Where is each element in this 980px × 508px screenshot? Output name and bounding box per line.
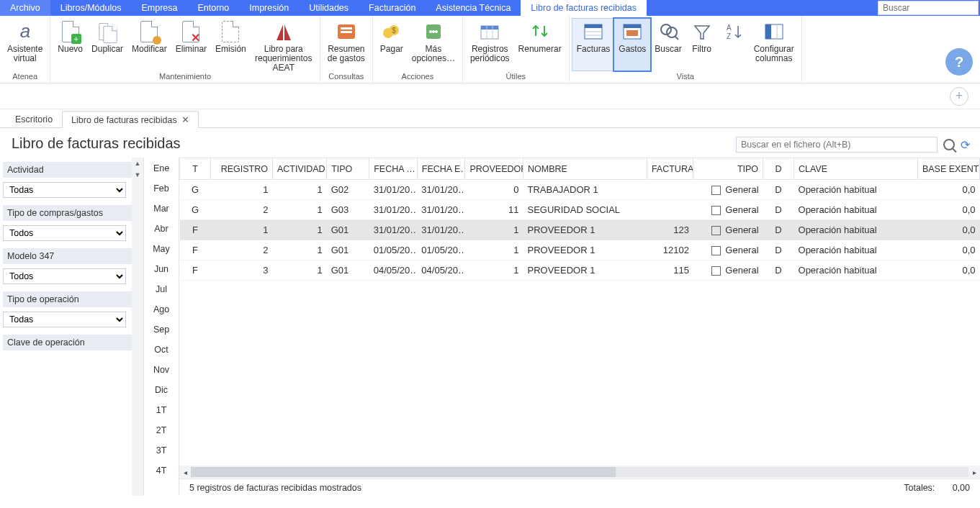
svg-rect-12	[481, 26, 498, 30]
col-nombre[interactable]: NOMBRE	[523, 158, 647, 180]
gastos-icon	[621, 20, 644, 43]
refresh-icon[interactable]: ⟳	[961, 138, 970, 152]
ribbon-libroaeat-button[interactable]: Libro pararequerimientos AEAT	[251, 19, 317, 71]
cell-factura	[647, 180, 693, 200]
ribbon-emision-button[interactable]: Emisión	[211, 19, 251, 71]
menu-libros-m-dulos[interactable]: Libros/Módulos	[50, 0, 132, 16]
col-tipo[interactable]: TIPO	[327, 158, 369, 180]
cell-f1: 31/01/20…	[369, 200, 418, 220]
month-ene[interactable]: Ene	[149, 162, 174, 175]
col-t[interactable]: T	[180, 158, 211, 180]
month-jul[interactable]: Jul	[151, 283, 171, 296]
month-4t[interactable]: 4T	[152, 464, 171, 477]
menu-archivo[interactable]: Archivo	[0, 0, 50, 16]
ribbon-gastos-button[interactable]: Gastos	[614, 19, 650, 71]
menu-asistencia-t-cnica[interactable]: Asistencia Técnica	[426, 0, 521, 16]
ribbon-ordenar-button[interactable]: AZ	[718, 19, 750, 71]
filter-scrollbar[interactable]: ▲▼	[132, 158, 143, 496]
menu-utilidades[interactable]: Utilidades	[299, 0, 359, 16]
menu-libro-de-facturas-recibidas[interactable]: Libro de facturas recibidas	[521, 0, 647, 16]
filter-compras[interactable]: Todos	[3, 225, 126, 241]
col-f2[interactable]: FECHA E…	[417, 158, 465, 180]
ribbon-eliminar-button[interactable]: ✕Eliminar	[171, 19, 211, 71]
ribbon-resumen-button[interactable]: Resumende gastos	[323, 19, 369, 71]
month-feb[interactable]: Feb	[149, 182, 174, 195]
checkbox-icon[interactable]	[711, 186, 721, 195]
menubar: ArchivoLibros/MódulosEmpresaEntornoImpre…	[0, 0, 980, 16]
month-abr[interactable]: Abr	[150, 222, 172, 235]
ribbon-asistente-button[interactable]: aAsistentevirtual	[3, 19, 47, 71]
month-jun[interactable]: Jun	[150, 263, 173, 276]
month-2t[interactable]: 2T	[152, 424, 171, 437]
horizontal-scrollbar[interactable]: ◂▸	[179, 466, 980, 478]
month-may[interactable]: May	[148, 242, 174, 255]
filter-modelo[interactable]: Todos	[3, 268, 126, 284]
cell-registro: 2	[210, 240, 272, 260]
col-clave[interactable]: CLAVE	[794, 158, 918, 180]
col-base[interactable]: BASE EXENT	[917, 158, 979, 180]
table-row[interactable]: F11G0131/01/20…31/01/20…1PROVEEDOR 1123G…	[180, 220, 980, 240]
month-nov[interactable]: Nov	[149, 363, 174, 376]
col-prov[interactable]: PROVEEDOR	[465, 158, 523, 180]
checkbox-icon[interactable]	[711, 226, 721, 235]
month-mar[interactable]: Mar	[149, 202, 174, 215]
tab-close-icon[interactable]: ✕	[181, 115, 189, 125]
ribbon-buscar-button[interactable]: Buscar	[650, 19, 685, 71]
menu-entorno[interactable]: Entorno	[187, 0, 239, 16]
ribbon-renumerar-button[interactable]: Renumerar	[514, 19, 566, 71]
ribbon-duplicar-button[interactable]: Duplicar	[87, 19, 127, 71]
tab-escritorio[interactable]: Escritorio	[6, 111, 62, 127]
menu-empresa[interactable]: Empresa	[131, 0, 187, 16]
file-search-input[interactable]	[736, 137, 938, 153]
ribbon-registros-button[interactable]: Registrosperiódicos	[466, 19, 514, 71]
col-factura[interactable]: FACTURA	[647, 158, 693, 180]
ribbon-libroaeat-label: Libro pararequerimientos AEAT	[255, 45, 313, 73]
cell-tipo: G02	[327, 180, 369, 200]
filter-actividad[interactable]: Todas	[3, 182, 126, 198]
menu-facturaci-n[interactable]: Facturación	[359, 0, 426, 16]
cell-t: G	[180, 200, 211, 220]
global-search-input[interactable]	[878, 1, 979, 15]
tab-libro-de-facturas-recibidas[interactable]: Libro de facturas recibidas✕	[62, 111, 199, 128]
col-tipo2[interactable]: TIPO	[693, 158, 763, 180]
month-ago[interactable]: Ago	[149, 303, 174, 316]
ribbon-cols-button[interactable]: Configurarcolumnas	[750, 19, 799, 71]
month-sep[interactable]: Sep	[149, 323, 174, 336]
table-row[interactable]: G11G0231/01/20…31/01/20…0TRABAJADOR 1Gen…	[180, 180, 980, 200]
ribbon-pagar-button[interactable]: $Pagar	[376, 19, 408, 71]
table-row[interactable]: F21G0101/05/20…01/05/20…1PROVEEDOR 11210…	[180, 240, 980, 260]
cell-registro: 2	[210, 200, 272, 220]
cell-tipo: G01	[327, 220, 369, 240]
month-1t[interactable]: 1T	[152, 404, 171, 417]
libroaeat-icon	[272, 20, 295, 43]
eliminar-icon: ✕	[179, 20, 202, 43]
month-oct[interactable]: Oct	[150, 343, 172, 356]
ribbon-buscar-label: Buscar	[655, 45, 681, 54]
month-3t[interactable]: 3T	[152, 444, 171, 457]
filter-operacion[interactable]: Todas	[3, 312, 126, 327]
checkbox-icon[interactable]	[711, 206, 721, 215]
ribbon-nuevo-button[interactable]: +Nuevo	[53, 19, 87, 71]
renumerar-icon	[529, 20, 552, 43]
month-dic[interactable]: Dic	[150, 384, 172, 396]
help-button[interactable]: ?	[945, 48, 973, 76]
col-f1[interactable]: FECHA …	[369, 158, 418, 180]
menu-impresi-n[interactable]: Impresión	[239, 0, 299, 16]
checkbox-icon[interactable]	[711, 246, 721, 255]
col-registro[interactable]: REGISTRO	[210, 158, 272, 180]
col-actividad[interactable]: ACTIVIDAD	[272, 158, 326, 180]
col-d[interactable]: D	[763, 158, 794, 180]
ribbon-facturas-button[interactable]: Facturas	[572, 19, 615, 71]
ribbon-group-mantenimiento: Mantenimiento	[159, 71, 211, 83]
table-row[interactable]: G21G0331/01/20…31/01/20…11SEGURIDAD SOCI…	[180, 200, 980, 220]
filter-pane: Actividad Todas Tipo de compras/gastos T…	[0, 158, 144, 496]
ribbon-filtro-button[interactable]: Filtro	[686, 19, 718, 71]
ribbon-modificar-button[interactable]: Modificar	[127, 19, 171, 71]
search-icon[interactable]	[943, 139, 955, 150]
modificar-icon	[138, 20, 161, 43]
table-row[interactable]: F31G0104/05/20…04/05/20…1PROVEEDOR 1115G…	[180, 260, 980, 281]
add-button[interactable]: +	[950, 87, 968, 106]
checkbox-icon[interactable]	[711, 266, 721, 276]
svg-point-9	[432, 30, 435, 33]
ribbon-mas-button[interactable]: Másopciones…	[408, 19, 459, 71]
